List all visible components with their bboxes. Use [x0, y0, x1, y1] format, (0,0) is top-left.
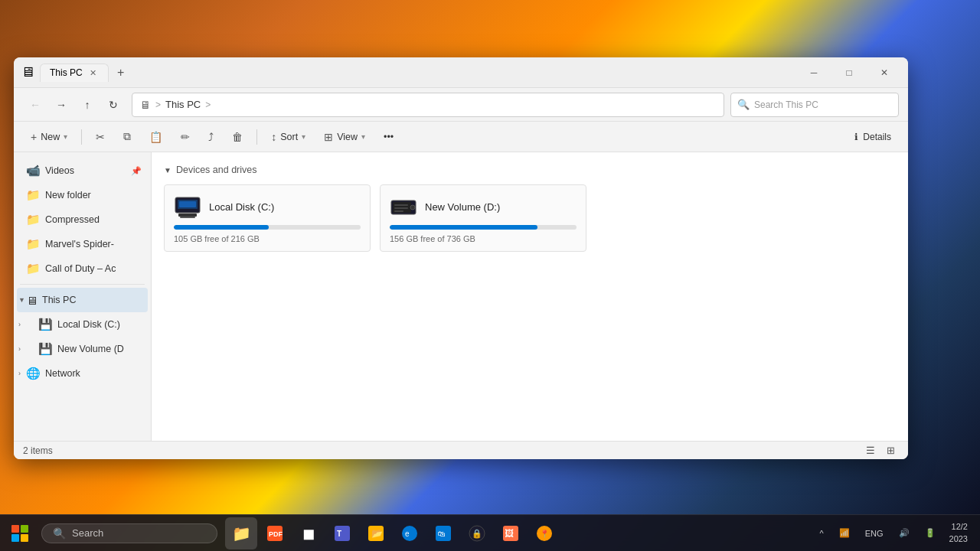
svg-rect-10: [394, 207, 408, 209]
sidebar-label-new-folder: New folder: [45, 190, 91, 201]
rename-icon: ✏: [181, 131, 190, 143]
clock[interactable]: 12/2 2023: [945, 520, 972, 546]
svg-point-8: [410, 205, 415, 210]
taskbar-edge[interactable]: e: [394, 517, 426, 549]
drive-c-name: Local Disk (C:): [209, 201, 274, 213]
address-bar[interactable]: 🖥 > This PC >: [132, 93, 724, 117]
taskbar-teams[interactable]: T: [326, 517, 358, 549]
breadcrumb-this-pc[interactable]: This PC: [165, 99, 201, 110]
drive-d-size: 156 GB free of 736 GB: [390, 234, 577, 243]
back-button[interactable]: ←: [23, 93, 47, 117]
svg-text:e: e: [405, 530, 410, 538]
paste-button[interactable]: 📋: [142, 126, 170, 148]
minimize-button[interactable]: ─: [796, 60, 831, 85]
cut-button[interactable]: ✂: [88, 126, 113, 148]
system-tray: ^ 📶 ENG 🔊 🔋 12/2 2023: [814, 520, 981, 546]
taskbar-pinned-apps: 📁 PDF ◼ T 📂 e: [225, 517, 560, 549]
up-button[interactable]: ↑: [75, 93, 100, 117]
active-tab[interactable]: This PC ✕: [40, 64, 109, 82]
tray-volume[interactable]: 🔊: [893, 525, 916, 541]
search-icon: 🔍: [737, 99, 750, 110]
taskbar-maps[interactable]: 📍: [528, 517, 560, 549]
sidebar-label-compressed: Compressed: [45, 214, 100, 225]
sidebar-item-local-disk[interactable]: › 💾 Local Disk (C:): [17, 312, 148, 337]
taskbar-store[interactable]: 🛍: [427, 517, 459, 549]
sidebar-label-marvels: Marvel's Spider-: [45, 239, 114, 249]
drive-c-fill: [174, 225, 269, 230]
tray-chevron[interactable]: ^: [814, 526, 830, 541]
section-chevron-devices[interactable]: ▼: [164, 166, 172, 174]
store-icon: 🛍: [435, 525, 452, 542]
grid-view-button[interactable]: ⊞: [882, 442, 899, 459]
sidebar-item-new-volume[interactable]: › 💾 New Volume (D: [17, 337, 148, 361]
copy-icon: ⧉: [123, 130, 131, 143]
view-toggle-group: ☰ ⊞: [862, 442, 899, 459]
start-button[interactable]: [3, 517, 37, 550]
section-header-devices: ▼ Devices and drives: [164, 165, 896, 175]
taskbar-gallery[interactable]: 🖼: [495, 517, 527, 549]
new-tab-button[interactable]: +: [110, 62, 132, 83]
battery-icon: 🔋: [925, 528, 936, 538]
svg-text:📍: 📍: [540, 529, 550, 539]
close-button[interactable]: ✕: [867, 60, 902, 85]
more-button[interactable]: •••: [376, 126, 401, 148]
rename-button[interactable]: ✏: [173, 126, 198, 148]
item-count: 2 items: [23, 445, 53, 456]
file-explorer-window: 🖥 This PC ✕ + ─ □ ✕ ← → ↑ ↻ 🖥: [14, 57, 908, 459]
taskbar-vpn[interactable]: 🔒: [461, 517, 493, 549]
maximize-button[interactable]: □: [831, 60, 867, 85]
up-icon: ↑: [85, 99, 90, 111]
sidebar-item-new-folder[interactable]: 📁 New folder: [17, 183, 148, 207]
windows-logo: [11, 525, 28, 542]
tray-lang[interactable]: ENG: [859, 526, 890, 541]
share-icon: ⤴: [208, 131, 214, 143]
lang-label: ENG: [865, 529, 884, 538]
svg-rect-3: [180, 217, 195, 218]
cut-icon: ✂: [96, 131, 105, 143]
search-box[interactable]: 🔍 Search This PC: [730, 93, 899, 117]
list-view-button[interactable]: ☰: [862, 442, 879, 459]
sidebar-item-cod[interactable]: 📁 Call of Duty – Ac: [17, 256, 148, 281]
drive-d-icon: [390, 193, 417, 220]
marvels-icon: 📁: [26, 237, 41, 251]
svg-rect-11: [394, 210, 403, 212]
separator-2: [256, 129, 257, 145]
sidebar-item-network[interactable]: › 🌐 Network: [17, 361, 148, 386]
taskbar-file-explorer[interactable]: 📁: [225, 517, 257, 549]
expand-arrow-network: ›: [18, 370, 21, 377]
tray-chevron-icon: ^: [820, 529, 824, 538]
refresh-button[interactable]: ↻: [101, 93, 126, 117]
edge-icon: e: [401, 525, 418, 542]
refresh-icon: ↻: [109, 99, 118, 111]
new-icon: +: [31, 131, 37, 143]
delete-button[interactable]: 🗑: [224, 126, 250, 148]
drive-d[interactable]: New Volume (D:) 156 GB free of 736 GB: [380, 184, 586, 252]
taskbar-search-box[interactable]: 🔍 Search: [41, 523, 217, 543]
new-button[interactable]: + New ▾: [23, 126, 75, 148]
taskbar-search-text: Search: [72, 527, 103, 539]
copy-button[interactable]: ⧉: [116, 126, 139, 148]
view-dropdown-arrow: ▾: [361, 132, 365, 141]
tray-network[interactable]: 📶: [833, 525, 856, 541]
taskbar-files[interactable]: 📂: [360, 517, 392, 549]
tray-battery[interactable]: 🔋: [919, 525, 942, 541]
view-button[interactable]: ⊞ View ▾: [316, 126, 373, 148]
cod-icon: 📁: [26, 262, 41, 276]
sidebar-item-marvels[interactable]: 📁 Marvel's Spider-: [17, 232, 148, 256]
share-button[interactable]: ⤴: [201, 126, 221, 148]
taskbar-pdf-tool[interactable]: PDF: [259, 517, 291, 549]
taskbar-black-app[interactable]: ◼: [292, 517, 325, 549]
maps-icon: 📍: [536, 525, 553, 542]
sidebar-item-compressed[interactable]: 📁 Compressed: [17, 207, 148, 232]
forward-button[interactable]: →: [49, 93, 74, 117]
navigation-toolbar: ← → ↑ ↻ 🖥 > This PC > 🔍 Search This PC: [14, 88, 908, 122]
tab-close-button[interactable]: ✕: [87, 67, 99, 79]
sidebar-item-this-pc[interactable]: ▼ 🖥 This PC: [17, 288, 148, 312]
sort-button[interactable]: ↕ Sort ▾: [263, 126, 313, 148]
drive-c[interactable]: Local Disk (C:) 105 GB free of 216 GB: [164, 184, 371, 252]
breadcrumb-separator-1: >: [155, 99, 161, 110]
sidebar-label-videos: Videos: [45, 165, 74, 176]
details-button[interactable]: ℹ Details: [847, 129, 899, 145]
sidebar-item-videos[interactable]: 📹 Videos 📌: [17, 158, 148, 183]
tab-bar: This PC ✕ +: [40, 62, 132, 83]
